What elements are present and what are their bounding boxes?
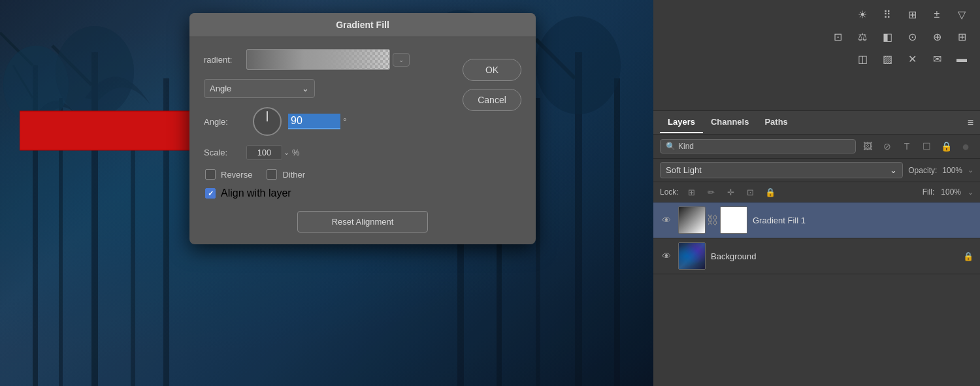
opacity-label: Opacity: (908, 166, 937, 175)
layer-thumb-background (678, 242, 706, 270)
sun-icon[interactable]: ☀ (853, 5, 872, 24)
gradient-preview-inner (247, 50, 389, 69)
blend-mode-chevron-icon: ⌄ (890, 165, 897, 175)
dither-checkbox-item: Dither (267, 169, 305, 180)
angle-label: Angle: (204, 117, 246, 127)
layer-chain-icon: ⛓ (707, 214, 719, 227)
camera-icon[interactable]: ⊙ (903, 27, 921, 46)
search-icon: 🔍 (666, 142, 676, 151)
filter-circle-icon[interactable]: ⊘ (879, 138, 895, 154)
blend-mode-dropdown[interactable]: Soft Light ⌄ (660, 162, 903, 178)
grid-icon[interactable]: ⊞ (903, 5, 921, 24)
reverse-checkbox-item: Reverse (205, 169, 252, 180)
align-label: Align with layer (221, 187, 291, 199)
background-lock-icon: 🔒 (963, 251, 973, 261)
thumb-pair-gradient: ⛓ (678, 206, 747, 234)
style-chevron-icon: ⌄ (302, 84, 309, 93)
lock-transparent-icon[interactable]: ⊞ (685, 185, 698, 199)
angle-dial-indicator (267, 111, 268, 121)
background-thumbnail (679, 243, 705, 269)
layers-icon[interactable]: ◧ (878, 27, 896, 46)
gradient-row: radient: ⌄ OK Cancel (204, 49, 521, 70)
layer-visibility-background[interactable]: 👁 (660, 249, 673, 263)
shape-icon[interactable]: ▽ (953, 5, 971, 24)
frame-icon[interactable]: ⊡ (828, 27, 847, 46)
blend-mode-row: Soft Light ⌄ Opacity: 100% ⌄ (653, 159, 980, 182)
reverse-checkbox[interactable] (205, 169, 216, 180)
angle-dial[interactable] (253, 107, 282, 136)
gradient-chevron-icon: ⌄ (399, 56, 404, 63)
cancel-button[interactable]: Cancel (463, 89, 521, 111)
layer-item-gradient-fill[interactable]: 👁 ⛓ Gradient Fill 1 (653, 202, 980, 238)
lock-pixels-icon[interactable]: ✏ (705, 185, 718, 199)
angle-row: Angle: ° (204, 107, 521, 136)
filter-row: 🔍 Kind 🖼 ⊘ T ☐ 🔒 ● (653, 135, 980, 159)
reset-alignment-button[interactable]: Reset Alignment (297, 211, 428, 233)
tab-layers[interactable]: Layers (660, 112, 703, 133)
gradient-fill-dialog: Gradient Fill radient: ⌄ OK Cancel (189, 13, 536, 244)
fill-label: Fill: (923, 187, 935, 197)
panel-tabs: Layers Channels Paths ≡ (653, 111, 980, 135)
fill-value[interactable]: 100% (941, 187, 961, 197)
tab-channels[interactable]: Channels (703, 112, 757, 133)
gradient-preview[interactable] (246, 49, 390, 70)
fill-chevron-icon: ⌄ (968, 188, 973, 197)
circle-add-icon[interactable]: ⊕ (928, 27, 946, 46)
modal-actions: OK Cancel (463, 59, 521, 111)
dialog-body: radient: ⌄ OK Cancel Angle ⌄ (189, 37, 536, 244)
ok-button[interactable]: OK (463, 59, 521, 81)
style-dropdown[interactable]: Angle ⌄ (204, 79, 315, 98)
filter-image-icon[interactable]: 🖼 (860, 138, 875, 154)
curves-icon[interactable]: ± (928, 5, 946, 24)
toolbar-row-1: ☀ ⠿ ⊞ ± ▽ (853, 5, 971, 24)
canvas-area: Gradient Fill radient: ⌄ OK Cancel (0, 0, 653, 386)
cross-icon[interactable]: ✕ (903, 50, 921, 68)
lock-label: Lock: (660, 187, 679, 197)
layer-thumb-gradient (678, 206, 706, 234)
envelope-icon[interactable]: ✉ (928, 50, 946, 68)
hatch-icon[interactable]: ▨ (878, 50, 896, 68)
align-row: ✓ Align with layer (204, 187, 521, 199)
layer-item-background[interactable]: 👁 Background 🔒 (653, 238, 980, 274)
right-panel: ☀ ⠿ ⊞ ± ▽ ⊡ ⚖ ◧ ⊙ ⊕ ⊞ ◫ ▨ ✕ ✉ ▬ Layers (653, 0, 980, 386)
gradient-dropdown-btn[interactable]: ⌄ (393, 53, 410, 67)
histogram-icon[interactable]: ⠿ (878, 5, 896, 24)
layer-visibility-gradient[interactable]: 👁 (660, 214, 673, 227)
align-checkbox[interactable]: ✓ (205, 188, 216, 199)
filter-shape-icon[interactable]: ☐ (919, 138, 934, 154)
balance-icon[interactable]: ⚖ (853, 27, 872, 46)
opacity-chevron-icon: ⌄ (968, 166, 973, 174)
dither-label: Dither (282, 170, 305, 180)
scale-chevron-icon[interactable]: ⌄ (284, 148, 289, 157)
lock-all-icon[interactable]: 🔒 (764, 185, 777, 199)
style-value: Angle (210, 84, 231, 93)
tab-paths[interactable]: Paths (757, 112, 795, 133)
layer-name-gradient: Gradient Fill 1 (753, 216, 973, 225)
grid2-icon[interactable]: ⊞ (953, 27, 971, 46)
gradient-thumbnail (679, 207, 705, 233)
angle-input[interactable] (288, 114, 340, 129)
rect-icon[interactable]: ▬ (953, 50, 971, 68)
toolbar-row-2: ⊡ ⚖ ◧ ⊙ ⊕ ⊞ (828, 27, 971, 46)
split-icon[interactable]: ◫ (853, 50, 872, 68)
scale-input[interactable] (246, 145, 282, 160)
lock-position-icon[interactable]: ✛ (725, 185, 738, 199)
dialog-title: Gradient Fill (189, 13, 536, 37)
filter-lock-icon[interactable]: 🔒 (938, 138, 954, 154)
blend-mode-value: Soft Light (666, 165, 702, 175)
opacity-value[interactable]: 100% (942, 166, 962, 175)
layers-panel: Layers Channels Paths ≡ 🔍 Kind 🖼 ⊘ T ☐ 🔒… (653, 111, 980, 386)
gradient-label: radient: (204, 55, 246, 65)
dither-checkbox[interactable] (267, 169, 277, 180)
filter-search[interactable]: 🔍 Kind (660, 139, 856, 153)
top-toolbar: ☀ ⠿ ⊞ ± ▽ ⊡ ⚖ ◧ ⊙ ⊕ ⊞ ◫ ▨ ✕ ✉ ▬ (653, 0, 980, 111)
checkbox-row: Reverse Dither (204, 169, 521, 180)
scale-label: Scale: (204, 148, 246, 157)
scale-unit: % (292, 148, 300, 157)
degree-symbol: ° (343, 116, 347, 127)
filter-kind-label: Kind (678, 142, 694, 151)
lock-artboard-icon[interactable]: ⊡ (744, 185, 757, 199)
filter-text-icon[interactable]: T (899, 138, 915, 154)
filter-dot-icon[interactable]: ● (958, 138, 973, 154)
panel-menu-icon[interactable]: ≡ (968, 117, 973, 129)
